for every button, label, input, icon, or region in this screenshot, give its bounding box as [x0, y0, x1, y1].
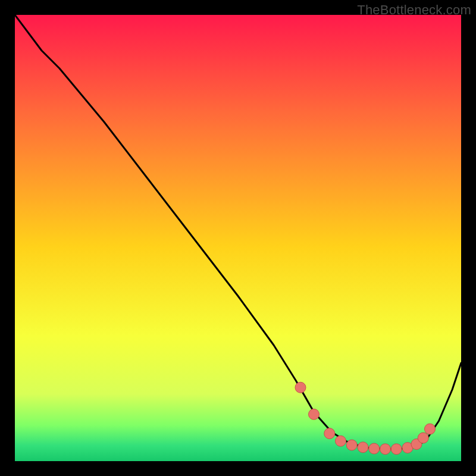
- curve-marker: [369, 443, 380, 454]
- plot-area: [15, 15, 461, 461]
- gradient-background: [15, 15, 461, 461]
- curve-marker: [309, 409, 320, 419]
- curve-marker: [391, 444, 402, 455]
- curve-marker: [380, 444, 391, 455]
- curve-marker: [346, 440, 357, 450]
- chart-svg: [15, 15, 461, 461]
- curve-marker: [418, 433, 428, 443]
- curve-marker: [324, 428, 335, 439]
- curve-marker: [336, 436, 346, 446]
- watermark-label: TheBottleneck.com: [357, 2, 471, 18]
- curve-marker: [358, 442, 368, 453]
- curve-marker: [425, 424, 436, 434]
- chart-frame: TheBottleneck.com: [0, 0, 476, 476]
- curve-marker: [295, 382, 306, 393]
